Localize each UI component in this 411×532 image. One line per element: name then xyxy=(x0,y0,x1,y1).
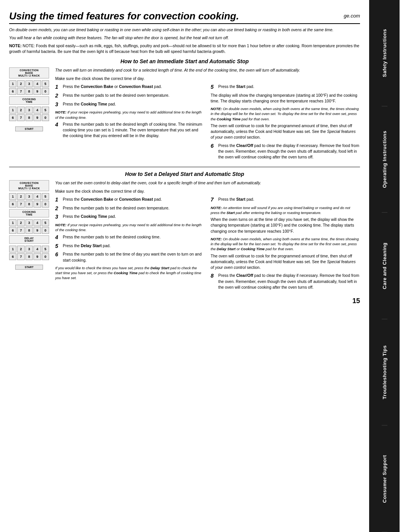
key-6: 6 xyxy=(9,88,16,95)
sidebar-label-safety: Safety Instructions xyxy=(382,0,387,106)
section1-layout: CONVECTIONBAKEMULTI / 2 RACK 1 2 3 4 5 6… xyxy=(9,67,360,162)
section1-display-text: The display will show the changing tempe… xyxy=(211,93,360,104)
start-btn-1: START xyxy=(15,126,43,131)
sidebar-label-consumer: Consumer Support xyxy=(382,426,387,532)
start-btn-2: START xyxy=(15,265,43,270)
step-2-7: 7 Press the Start pad. xyxy=(211,197,360,203)
oven-panel-1: CONVECTIONBAKEMULTI / 2 RACK 1 2 3 4 5 6… xyxy=(9,67,49,162)
section1-steps: 1 Press the Convection Bake or Convectio… xyxy=(55,84,360,162)
keypad-1b: 1 2 3 4 5 6 7 8 9 0 xyxy=(9,107,49,121)
section2-italic-intro: You can set the oven control to delay-st… xyxy=(55,180,360,186)
section2-steps-right: 7 Press the Start pad. NOTE: An attentio… xyxy=(211,197,360,292)
section2-steps: 1 Press the Convection Bake or Convectio… xyxy=(55,197,360,292)
section2-note3: NOTE: On double oven models, when using … xyxy=(211,236,360,252)
section2-note1: NOTE: If your recipe requires preheating… xyxy=(55,222,205,233)
step-2-8: 8 Press the Clear/Off pad to clear the d… xyxy=(211,273,360,290)
section2-continue: The oven will continue to cook for the p… xyxy=(211,253,360,271)
section1-make-sure: Make sure the clock shows the correct ti… xyxy=(55,76,360,81)
right-sidebar: Safety Instructions Operating Instructio… xyxy=(369,0,400,532)
keypad-2b: 1 2 3 4 5 6 7 8 9 0 xyxy=(9,219,49,234)
key-3b: 3 xyxy=(25,107,33,113)
key-2: 2 xyxy=(17,80,24,87)
key-8b: 8 xyxy=(25,114,33,121)
page-header: Using the timed features for convection … xyxy=(9,11,360,24)
key-9: 9 xyxy=(33,88,41,95)
step-2-6: 6 Press the number pads to set the time … xyxy=(55,251,205,263)
section2-content: You can set the oven control to delay-st… xyxy=(55,180,360,292)
section2-when-text: When the oven turns on at the time of da… xyxy=(211,217,360,234)
oven-display-1a: CONVECTIONBAKEMULTI / 2 RACK xyxy=(9,67,49,78)
section1-continue: The oven will continue to cook for the p… xyxy=(211,123,360,141)
section2-bottom-note: If you would like to check the times you… xyxy=(55,265,205,281)
keypad-1a: 1 2 3 4 5 6 7 8 9 0 xyxy=(9,80,49,95)
keypad-2c: 1 2 3 4 5 6 7 8 9 0 xyxy=(9,246,49,260)
oven-display-2c: DELAYSTART xyxy=(9,235,49,244)
key-8: 8 xyxy=(25,88,33,95)
section1-title: How to Set an Immediate Start and Automa… xyxy=(9,58,360,64)
intro-note: NOTE: NOTE: Foods that spoil easily—such… xyxy=(9,43,360,54)
step-2-1: 1 Press the Convection Bake or Convectio… xyxy=(55,197,205,203)
main-content: Using the timed features for convection … xyxy=(0,0,369,532)
step-2-2: 2 Press the number pads to set the desir… xyxy=(55,205,205,212)
section2-steps-left: 1 Press the Convection Bake or Convectio… xyxy=(55,197,205,292)
section2-layout: CONVECTIONBAKEMULTI / 2 RACK 1 2 3 4 5 6… xyxy=(9,180,360,292)
key-5: 5 xyxy=(42,80,49,87)
section-immediate-start: How to Set an Immediate Start and Automa… xyxy=(9,58,360,162)
step-2-5: 5 Press the Delay Start pad. xyxy=(55,243,205,249)
key-1: 1 xyxy=(9,80,16,87)
sidebar-label-care: Care and Cleaning xyxy=(382,213,387,319)
key-1b: 1 xyxy=(9,107,16,113)
step-1-3: 3 Press the Cooking Time pad. xyxy=(55,101,205,108)
sidebar-label-operating: Operating Instructions xyxy=(382,106,387,212)
step-1-1: 1 Press the Convection Bake or Convectio… xyxy=(55,84,205,90)
section1-note2: NOTE: On double oven models, when using … xyxy=(211,106,360,121)
sidebar-label-troubleshooting: Troubleshooting Tips xyxy=(382,319,387,425)
oven-display-1b: COOKINGTIME xyxy=(9,96,49,105)
section1-content: The oven will turn on immediately and co… xyxy=(55,67,360,162)
section1-italic-intro: The oven will turn on immediately and co… xyxy=(55,67,360,73)
ge-com: ge.com xyxy=(344,13,360,19)
key-9b: 9 xyxy=(33,114,41,121)
key-7: 7 xyxy=(17,88,24,95)
step-1-5: 5 Press the Start pad. xyxy=(211,84,360,90)
key-7b: 7 xyxy=(17,114,24,121)
step-1-6: 6 Press the Clear/Off pad to clear the d… xyxy=(211,143,360,160)
intro-para-1: On double oven models, you can use timed… xyxy=(9,27,360,33)
key-0: 0 xyxy=(42,88,49,95)
section2-make-sure: Make sure the clock shows the correct ti… xyxy=(55,189,360,194)
oven-panel-2: CONVECTIONBAKEMULTI / 2 RACK 1 2 3 4 5 6… xyxy=(9,180,49,292)
oven-display-2a: CONVECTIONBAKEMULTI / 2 RACK xyxy=(9,180,49,191)
sidebar-labels: Safety Instructions Operating Instructio… xyxy=(369,0,400,532)
step-2-3: 3 Press the Cooking Time pad. xyxy=(55,214,205,220)
keypad-2a: 1 2 3 4 5 6 7 8 9 0 xyxy=(9,193,49,208)
page-title: Using the timed features for convection … xyxy=(9,11,239,22)
section1-note1: NOTE: If your recipe requires preheating… xyxy=(55,110,205,120)
key-6b: 6 xyxy=(9,114,16,121)
step-1-4: 4 Press the number pads to set the desir… xyxy=(55,121,205,139)
key-2b: 2 xyxy=(17,107,24,113)
section2-title: How to Set a Delayed Start and Automatic… xyxy=(9,171,360,177)
section2-note2: NOTE: An attention tone will sound if yo… xyxy=(211,205,360,216)
section1-steps-left: 1 Press the Convection Bake or Convectio… xyxy=(55,84,205,162)
key-5b: 5 xyxy=(42,107,49,113)
step-1-2: 2 Press the number pads to set the desir… xyxy=(55,93,205,99)
key-3: 3 xyxy=(25,80,33,87)
page-number: 15 xyxy=(9,297,360,305)
intro-para-2: You will hear a fan while cooking with t… xyxy=(9,35,360,41)
section-delayed-start: How to Set a Delayed Start and Automatic… xyxy=(9,167,360,292)
key-0b: 0 xyxy=(42,114,49,121)
step-2-4: 4 Press the number pads to set the desir… xyxy=(55,234,205,241)
section1-steps-right: 5 Press the Start pad. The display will … xyxy=(211,84,360,162)
key-4b: 4 xyxy=(33,107,41,113)
key-4: 4 xyxy=(33,80,41,87)
oven-display-2b: COOKINGTIME xyxy=(9,209,49,217)
